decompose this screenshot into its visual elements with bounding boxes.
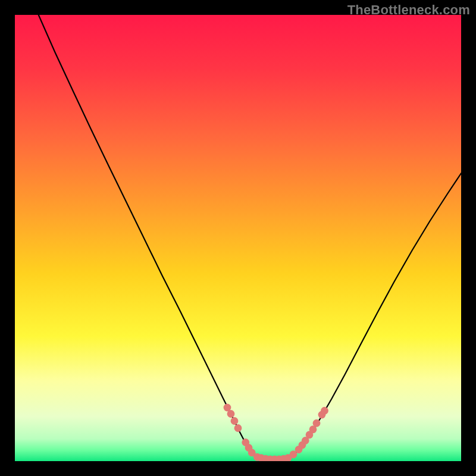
gradient-background — [15, 15, 461, 461]
curve-marker — [321, 407, 328, 415]
curve-marker — [227, 410, 235, 418]
watermark-text: TheBottleneck.com — [347, 2, 470, 18]
curve-marker — [313, 419, 321, 427]
plot-area — [15, 15, 461, 461]
curve-marker — [231, 417, 239, 425]
curve-marker — [234, 424, 242, 432]
bottleneck-curve-chart — [15, 15, 461, 461]
chart-frame: TheBottleneck.com — [0, 0, 476, 476]
